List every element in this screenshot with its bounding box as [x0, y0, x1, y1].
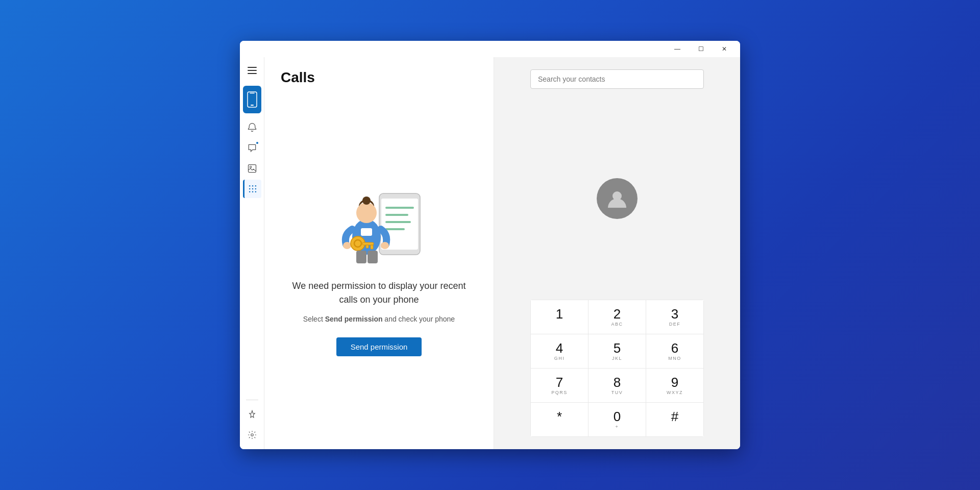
app-window: — ☐ ✕ — [240, 41, 740, 449]
sidebar-item-dialpad[interactable] — [243, 180, 261, 198]
main-content: Calls — [264, 57, 740, 449]
dialpad-key-2[interactable]: 2ABC — [589, 300, 646, 334]
permission-main-text: We need permission to display your recen… — [291, 279, 467, 307]
search-input[interactable] — [530, 69, 704, 89]
permission-illustration — [328, 183, 430, 265]
svg-point-7 — [255, 185, 257, 187]
sidebar-item-chat[interactable] — [243, 139, 261, 157]
pin-icon — [248, 410, 257, 419]
permission-sub-suffix: and check your phone — [382, 315, 455, 323]
settings-icon — [248, 430, 257, 439]
dialpad-key-8[interactable]: 8TUV — [589, 369, 646, 403]
titlebar: — ☐ ✕ — [240, 41, 740, 57]
svg-point-12 — [252, 191, 254, 193]
dialpad-key-7[interactable]: 7PQRS — [531, 369, 589, 403]
sidebar-item-notifications[interactable] — [243, 118, 261, 137]
sidebar-item-pin[interactable] — [243, 405, 261, 424]
svg-point-14 — [251, 434, 253, 436]
dialpad-key-5[interactable]: 5JKL — [589, 334, 646, 369]
app-body: Calls — [240, 57, 740, 449]
dialpad-key-1[interactable]: 1 — [531, 300, 589, 334]
svg-point-26 — [381, 242, 389, 249]
bell-icon — [247, 122, 257, 133]
dialpad-key-star[interactable]: * — [531, 403, 589, 437]
svg-point-25 — [343, 242, 351, 249]
minimize-button[interactable]: — — [666, 41, 689, 57]
illustration — [328, 183, 430, 265]
svg-rect-30 — [371, 245, 373, 249]
gallery-icon — [247, 163, 257, 174]
dialpad-grid: 1 2ABC 3DEF 4GHI 5JKL 6MNO 7PQRS 8TUV 9W… — [530, 300, 704, 437]
sidebar-divider — [246, 400, 258, 400]
svg-point-5 — [249, 185, 251, 187]
sidebar-item-phone[interactable] — [243, 86, 261, 113]
dialpad-icon — [248, 184, 258, 194]
maximize-button[interactable]: ☐ — [689, 41, 713, 57]
permission-area: We need permission to display your recen… — [281, 102, 477, 437]
phone-device-icon — [247, 91, 257, 108]
sidebar — [240, 57, 264, 449]
svg-point-11 — [249, 191, 251, 193]
dialpad-key-0[interactable]: 0+ — [589, 403, 646, 437]
dialpad-key-6[interactable]: 6MNO — [646, 334, 704, 369]
svg-rect-31 — [366, 245, 369, 248]
dialpad-key-3[interactable]: 3DEF — [646, 300, 704, 334]
dialpad-key-hash[interactable]: # — [646, 403, 704, 437]
chat-badge — [255, 141, 259, 145]
avatar — [597, 178, 638, 219]
hamburger-line-1 — [248, 67, 257, 68]
dialpad-key-4[interactable]: 4GHI — [531, 334, 589, 369]
svg-rect-32 — [356, 251, 366, 263]
svg-rect-33 — [368, 251, 378, 263]
svg-point-10 — [255, 188, 257, 190]
hamburger-line-3 — [248, 73, 257, 74]
svg-point-22 — [356, 203, 377, 223]
sidebar-item-gallery[interactable] — [243, 159, 261, 178]
user-icon — [606, 187, 628, 210]
svg-point-6 — [252, 185, 254, 187]
right-panel: 1 2ABC 3DEF 4GHI 5JKL 6MNO 7PQRS 8TUV 9W… — [494, 57, 740, 449]
svg-point-23 — [362, 197, 371, 205]
sidebar-item-settings[interactable] — [243, 426, 261, 444]
left-panel: Calls — [264, 57, 494, 449]
hamburger-menu-button[interactable] — [243, 61, 261, 80]
dialpad-key-9[interactable]: 9WXYZ — [646, 369, 704, 403]
contact-avatar-area — [506, 101, 728, 296]
permission-sub-prefix: Select — [303, 315, 325, 323]
svg-point-4 — [250, 166, 251, 167]
permission-sub-text: Select Send permission and check your ph… — [303, 315, 455, 323]
dialpad: 1 2ABC 3DEF 4GHI 5JKL 6MNO 7PQRS 8TUV 9W… — [530, 300, 704, 437]
svg-rect-1 — [251, 105, 254, 106]
svg-rect-29 — [362, 242, 374, 245]
svg-point-13 — [255, 191, 257, 193]
page-title: Calls — [281, 69, 477, 86]
svg-point-8 — [249, 188, 251, 190]
svg-point-9 — [252, 188, 254, 190]
svg-rect-3 — [248, 165, 256, 173]
hamburger-line-2 — [248, 70, 257, 71]
close-button[interactable]: ✕ — [713, 41, 736, 57]
send-permission-button[interactable]: Send permission — [336, 337, 422, 356]
permission-sub-bold: Send permission — [325, 315, 383, 323]
svg-rect-24 — [361, 228, 372, 236]
